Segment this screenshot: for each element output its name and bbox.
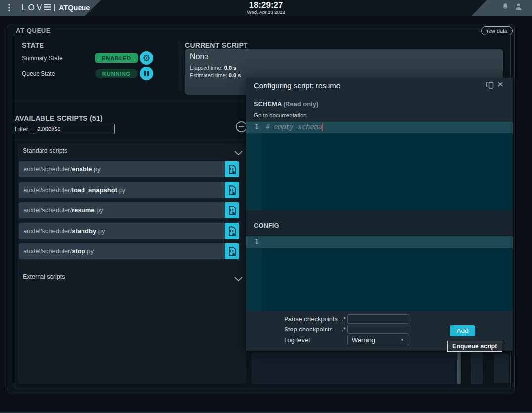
elapsed-time: Elapsed time: 0.0 s [190, 65, 236, 71]
summary-state-settings-button[interactable]: ⚙ [140, 51, 153, 65]
enqueue-script-tooltip: Enqueue script [447, 341, 502, 352]
script-extension: .py [92, 165, 100, 173]
raw-data-button[interactable]: raw data [481, 26, 513, 35]
stop-checkpoints-hint: .* [333, 326, 346, 333]
schema-title: SCHEMA [254, 100, 282, 108]
script-launch-icon [228, 247, 236, 256]
app-title: ATQueue [59, 4, 90, 12]
launch-script-button[interactable] [225, 202, 239, 218]
script-name: standby [72, 227, 96, 235]
detach-view-icon[interactable] [484, 81, 495, 91]
script-extension: .py [117, 186, 125, 194]
editor-gutter [246, 122, 262, 210]
background-strip [494, 354, 509, 383]
log-level-value: Warning [352, 336, 400, 344]
config-band [246, 210, 513, 236]
kebab-menu-icon[interactable]: ⋮ [5, 0, 13, 16]
script-path-prefix: auxtel/scheduler/ [23, 186, 72, 194]
pause-icon [144, 71, 149, 76]
gear-icon: ⚙ [142, 54, 150, 63]
script-path-prefix: auxtel/scheduler/ [23, 165, 72, 173]
schema-editor[interactable]: 1 # empty schema [246, 122, 513, 210]
documentation-link[interactable]: Go to documentation [254, 112, 307, 118]
standard-scripts-group[interactable]: Standard scripts [23, 147, 67, 154]
stop-checkpoints-label: Stop checkpoints [284, 326, 333, 333]
script-launch-icon [228, 226, 236, 236]
external-scripts-group[interactable]: External scripts [23, 273, 65, 280]
schema-heading: SCHEMA (Read only) [254, 100, 318, 108]
log-level-select[interactable]: Warning ▼ [347, 335, 409, 345]
top-bar-right-panel [472, 0, 532, 16]
pause-checkpoints-label: Pause checkpoints [284, 315, 338, 323]
background-card [252, 352, 461, 384]
close-icon[interactable]: ✕ [497, 80, 504, 90]
estimated-time-label: Estimated time: [190, 72, 229, 78]
scrollbar-thumb[interactable] [457, 352, 461, 384]
logo-text: LOV [21, 3, 44, 13]
script-path-prefix: auxtel/scheduler/ [23, 227, 72, 235]
logo-e-bars-icon [44, 3, 51, 12]
pause-queue-button[interactable] [140, 67, 153, 80]
filter-label: Filter: [15, 126, 30, 133]
available-scripts-heading: AVAILABLE SCRIPTS (51) [15, 114, 103, 122]
chevron-down-icon[interactable] [234, 275, 243, 284]
panel-title: AT QUEUE [15, 27, 55, 34]
logo-separator [54, 4, 55, 11]
script-launch-icon [228, 185, 236, 195]
current-script-heading: CURRENT SCRIPT [185, 41, 248, 49]
clock-time: 18:29:27 [247, 1, 285, 10]
configure-script-modal: Configuring script: resume ✕ SCHEMA (Rea… [246, 78, 513, 351]
dropdown-arrow-icon: ▼ [400, 338, 404, 342]
script-list-item[interactable]: auxtel/scheduler/standby.py [19, 223, 239, 239]
launch-script-button[interactable] [225, 243, 239, 259]
estimated-time: Estimated time: 0.0 s [190, 72, 241, 78]
user-account-icon[interactable] [514, 2, 523, 13]
state-heading: STATE [22, 41, 44, 49]
estimated-time-value: 0.0 s [229, 72, 241, 78]
background-strip [471, 352, 483, 384]
script-extension: .py [96, 227, 105, 235]
pause-checkpoints-input[interactable] [347, 314, 409, 324]
script-list-item[interactable]: auxtel/scheduler/resume.py [19, 202, 239, 218]
pause-checkpoints-hint: .* [333, 316, 346, 323]
top-bar: ⋮ LOV ATQueue 18:29:27 Wed, Apr 20 2022 [0, 0, 532, 16]
chevron-down-icon[interactable] [234, 149, 243, 158]
state-divider [179, 41, 179, 91]
script-extension: .py [85, 248, 94, 255]
script-name: stop [72, 248, 85, 255]
log-level-label: Log level [284, 336, 310, 344]
add-button[interactable]: Add [450, 325, 475, 336]
script-list-item[interactable]: auxtel/scheduler/stop.py [19, 243, 239, 259]
elapsed-time-value: 0.0 s [224, 65, 236, 71]
script-name: load_snapshot [72, 186, 117, 194]
active-line-highlight [246, 236, 513, 248]
queue-state-label: Queue State [22, 70, 55, 77]
modal-title: Configuring script: resume [254, 82, 340, 90]
clock: 18:29:27 Wed, Apr 20 2022 [247, 1, 285, 15]
launch-script-button[interactable] [225, 161, 239, 177]
stop-checkpoints-input[interactable] [347, 325, 409, 334]
launch-script-button[interactable] [225, 223, 239, 239]
atqueue-screen: ⋮ LOV ATQueue 18:29:27 Wed, Apr 20 2022 [0, 0, 532, 413]
script-name: resume [72, 206, 94, 214]
schema-code: # empty schema [266, 123, 322, 131]
config-editor[interactable]: 1 [246, 236, 513, 311]
line-number: 1 [246, 238, 259, 246]
launch-script-button[interactable] [225, 182, 239, 198]
queue-state-badge: RUNNING [95, 69, 138, 78]
notifications-bell-icon[interactable] [501, 2, 510, 13]
text-cursor [322, 123, 323, 131]
filter-input[interactable] [33, 124, 115, 134]
summary-state-label: Summary State [22, 55, 63, 62]
current-script-name: None [190, 52, 208, 61]
script-list-item[interactable]: auxtel/scheduler/enable.py [19, 161, 239, 177]
script-list-item[interactable]: auxtel/scheduler/load_snapshot.py [19, 182, 239, 198]
clock-date: Wed, Apr 20 2022 [247, 10, 285, 15]
script-name: enable [72, 165, 92, 173]
elapsed-time-label: Elapsed time: [190, 65, 224, 71]
love-logo: LOV ATQueue [21, 3, 90, 13]
scripts-list-card [18, 143, 246, 384]
line-number: 1 [246, 123, 259, 131]
script-launch-icon [228, 165, 236, 174]
script-extension: .py [95, 206, 103, 214]
